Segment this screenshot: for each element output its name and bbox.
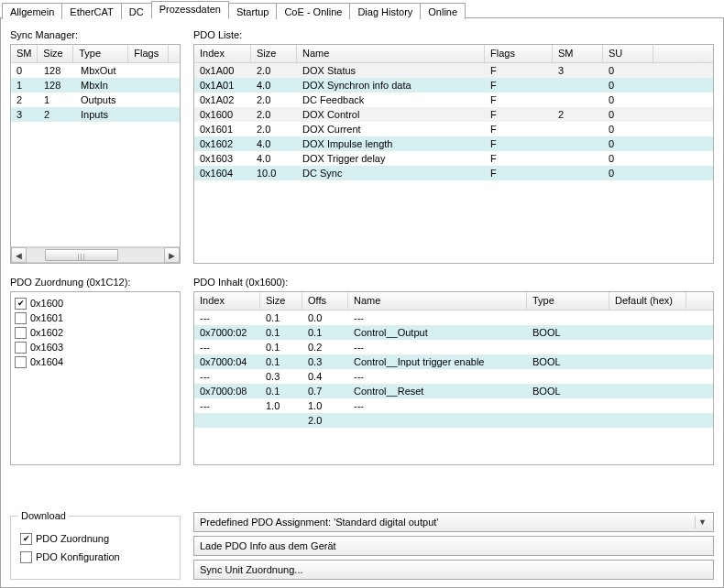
load-pdo-info-button[interactable]: Lade PDO Info aus dem Gerät xyxy=(193,536,714,556)
cell: 3 xyxy=(553,65,603,76)
scroll-left-button[interactable]: ◄ xyxy=(11,247,27,263)
pdo-liste-row[interactable]: 0x1A002.0DOX StatusF30 xyxy=(194,63,713,78)
tab-diag-history[interactable]: Diag History xyxy=(349,3,421,19)
sync-manager-row[interactable]: 21Outputs xyxy=(11,93,180,107)
pdo-liste-row[interactable]: 0x1A014.0DOX Synchron info dataF0 xyxy=(194,78,713,93)
zuordnung-item[interactable]: ✔0x1602 xyxy=(15,325,176,340)
cell: MbxIn xyxy=(75,80,132,91)
cell: 1.0 xyxy=(260,400,302,411)
column-header[interactable]: Index xyxy=(194,292,260,310)
sync-manager-row[interactable]: 0128MbxOut xyxy=(11,63,180,78)
column-header[interactable]: SU xyxy=(603,45,653,62)
tab-online[interactable]: Online xyxy=(420,3,466,19)
pdo-inhalt-table[interactable]: IndexSizeOffsNameTypeDefault (hex) ---0.… xyxy=(193,291,714,465)
cell: F xyxy=(485,65,553,76)
scrollbar-track[interactable] xyxy=(27,247,164,263)
column-header[interactable]: Default (hex) xyxy=(609,292,686,310)
tab-coe-online[interactable]: CoE - Online xyxy=(276,3,350,19)
cell: 0x1602 xyxy=(194,138,251,149)
cell: 2.0 xyxy=(251,65,297,76)
column-header[interactable]: Index xyxy=(194,45,251,62)
checkbox-label: 0x1604 xyxy=(30,356,63,367)
column-header[interactable]: SM xyxy=(553,45,603,62)
column-header[interactable]: Size xyxy=(38,45,73,62)
cell: --- xyxy=(194,312,260,323)
cell: 0.1 xyxy=(260,386,302,397)
column-header[interactable]: Flags xyxy=(128,45,169,62)
column-header[interactable]: Name xyxy=(348,292,527,310)
cell: 0 xyxy=(603,124,653,135)
pdo-inhalt-row[interactable]: ---0.10.0--- xyxy=(194,310,713,325)
cell: 128 xyxy=(38,80,75,91)
pdo-inhalt-row[interactable]: ---1.01.0--- xyxy=(194,398,713,413)
pdo-inhalt-label: PDO Inhalt (0x1600): xyxy=(193,277,714,288)
column-header[interactable]: Size xyxy=(260,292,302,310)
download-groupbox: Download ✔ PDO Zuordnung ✔ PDO Konfigura… xyxy=(10,516,181,580)
sync-manager-row[interactable]: 32Inputs xyxy=(11,107,180,122)
pdo-liste-table[interactable]: IndexSizeNameFlagsSMSU 0x1A002.0DOX Stat… xyxy=(193,44,714,264)
zuordnung-item[interactable]: ✔0x1600 xyxy=(15,296,176,310)
download-konfig-checkbox[interactable]: ✔ PDO Konfiguration xyxy=(20,550,170,564)
cell: F xyxy=(485,168,553,179)
pdo-zuordnung-list[interactable]: ✔0x1600✔0x1601✔0x1602✔0x1603✔0x1604 xyxy=(10,291,181,465)
zuordnung-item[interactable]: ✔0x1603 xyxy=(15,340,176,354)
tab-allgemein[interactable]: Allgemein xyxy=(2,3,62,19)
cell: --- xyxy=(348,371,527,382)
horizontal-scrollbar[interactable]: ◄ ► xyxy=(11,246,180,263)
scrollbar-thumb[interactable] xyxy=(45,249,118,261)
column-header[interactable]: Name xyxy=(297,45,485,62)
column-header[interactable]: Offs xyxy=(302,292,348,310)
cell: --- xyxy=(194,371,260,382)
pdo-liste-row[interactable]: 0x16002.0DOX ControlF20 xyxy=(194,107,713,122)
column-header[interactable]: Flags xyxy=(485,45,553,62)
pdo-inhalt-row[interactable]: 0x7000:040.10.3Control__Input trigger en… xyxy=(194,354,713,369)
checkbox-icon: ✔ xyxy=(15,342,27,354)
pdo-inhalt-row[interactable]: ---0.30.4--- xyxy=(194,369,713,384)
cell: DC Feedback xyxy=(297,94,485,105)
pdo-liste-row[interactable]: 0x1A022.0DC FeedbackF0 xyxy=(194,93,713,107)
tab-prozessdaten[interactable]: Prozessdaten xyxy=(151,1,229,19)
sync-unit-zuordnung-button[interactable]: Sync Unit Zuordnung... xyxy=(193,560,714,580)
cell: Control__Reset xyxy=(348,386,527,397)
checkbox-label: 0x1602 xyxy=(30,327,63,338)
cell: Outputs xyxy=(75,94,132,105)
cell: MbxOut xyxy=(75,65,132,76)
cell: 0 xyxy=(603,65,653,76)
tab-ethercat[interactable]: EtherCAT xyxy=(61,3,121,19)
cell: 0x1A02 xyxy=(194,94,251,105)
tab-dc[interactable]: DC xyxy=(121,3,152,19)
column-header[interactable]: SM xyxy=(11,45,38,62)
pdo-liste-row[interactable]: 0x16034.0DOX Trigger delayF0 xyxy=(194,151,713,166)
tab-startup[interactable]: Startup xyxy=(228,3,277,19)
checkbox-label: 0x1603 xyxy=(30,342,63,353)
sync-manager-row[interactable]: 1128MbxIn xyxy=(11,78,180,93)
column-header[interactable]: Type xyxy=(73,45,128,62)
pdo-inhalt-row[interactable]: 0x7000:020.10.1Control__OutputBOOL xyxy=(194,325,713,340)
pdo-inhalt-row[interactable]: 0x7000:080.10.7Control__ResetBOOL xyxy=(194,384,713,398)
pdo-liste-row[interactable]: 0x16012.0DOX CurrentF0 xyxy=(194,122,713,136)
column-header[interactable]: Size xyxy=(251,45,297,62)
cell: 0x1603 xyxy=(194,153,251,164)
cell: 0.4 xyxy=(302,371,348,382)
cell: 0.0 xyxy=(302,312,348,323)
column-header[interactable]: Type xyxy=(527,292,609,310)
cell: Control__Input trigger enable xyxy=(348,356,527,367)
cell: F xyxy=(485,138,553,149)
cell: 0x7000:02 xyxy=(194,327,260,338)
pdo-inhalt-row[interactable]: 2.0 xyxy=(194,413,713,428)
zuordnung-item[interactable]: ✔0x1601 xyxy=(15,310,176,325)
cell: 10.0 xyxy=(251,168,297,179)
cell: 0x7000:04 xyxy=(194,356,260,367)
cell: 0 xyxy=(603,168,653,179)
zuordnung-item[interactable]: ✔0x1604 xyxy=(15,354,176,369)
cell: 0 xyxy=(603,138,653,149)
scroll-right-button[interactable]: ► xyxy=(164,247,180,263)
download-zuordnung-checkbox[interactable]: ✔ PDO Zuordnung xyxy=(20,531,170,546)
predefined-pdo-assignment-combo[interactable]: Predefined PDO Assignment: 'Standard dig… xyxy=(193,512,714,532)
pdo-liste-row[interactable]: 0x160410.0DC SyncF0 xyxy=(194,166,713,180)
cell: Inputs xyxy=(75,109,132,120)
cell: 0 xyxy=(603,109,653,120)
sync-manager-table[interactable]: SMSizeTypeFlags 0128MbxOut1128MbxIn21Out… xyxy=(10,44,181,264)
pdo-liste-row[interactable]: 0x16024.0DOX Impulse lengthF0 xyxy=(194,136,713,151)
pdo-inhalt-row[interactable]: ---0.10.2--- xyxy=(194,340,713,354)
